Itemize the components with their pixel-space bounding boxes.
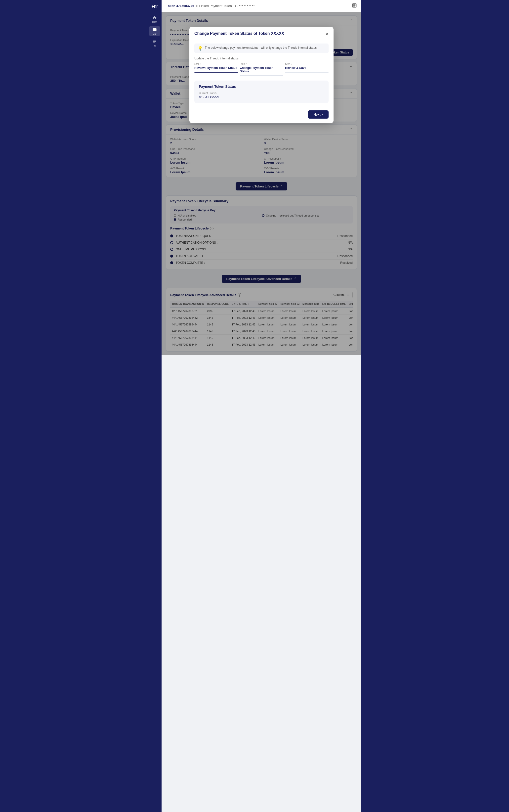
main-content: Token 4715683746 > Linked Payment Token … — [162, 0, 361, 812]
step-3-bar — [285, 72, 329, 73]
app-logo: +hr — [151, 4, 158, 9]
sidebar-item-card[interactable]: Car — [149, 26, 160, 36]
breadcrumb-sep: > — [196, 4, 198, 8]
modal-overlay: Change Payment Token Status of Token XXX… — [162, 12, 361, 355]
breadcrumb: Token 4715683746 > Linked Payment Token … — [166, 4, 255, 8]
step-2-bar — [240, 75, 283, 76]
sidebar-item-fraud[interactable]: Fra — [149, 38, 160, 48]
token-id[interactable]: Token 4715683746 — [166, 4, 194, 8]
modal-notice: 💡 The below change payment token status … — [194, 43, 329, 53]
next-arrow-icon: › — [322, 113, 323, 116]
modal-close-button[interactable]: × — [326, 31, 329, 36]
modal-header: Change Payment Token Status of Token XXX… — [190, 27, 334, 40]
page-body: Payment Token Details ⌃ Payment Token ••… — [162, 12, 361, 355]
step-3: Step 3 Review & Save — [285, 63, 329, 76]
svg-rect-1 — [153, 29, 157, 29]
next-button[interactable]: Next › — [308, 110, 329, 119]
current-status-field: Current Status 00 - All Good — [199, 92, 324, 99]
change-status-modal: Change Payment Token Status of Token XXX… — [190, 27, 334, 123]
modal-title: Change Payment Token Status of Token XXX… — [194, 31, 284, 36]
modal-subtitle: Update the Thredd internal status — [190, 57, 334, 63]
status-card: Payment Token Status Current Status 00 -… — [194, 80, 329, 103]
sidebar-item-home[interactable]: Hom — [149, 14, 160, 24]
step-2: Step 2 Change Payment Token Status — [240, 63, 283, 76]
sidebar: +hr Hom Car Fra — [148, 0, 162, 812]
document-icon[interactable] — [352, 3, 357, 9]
stepper: Step 1 Review Payment Token Status Step … — [190, 63, 334, 76]
status-card-title: Payment Token Status — [199, 84, 324, 89]
step-1-bar — [194, 72, 238, 73]
top-bar: Token 4715683746 > Linked Payment Token … — [162, 0, 361, 12]
modal-body: Payment Token Status Current Status 00 -… — [190, 76, 334, 107]
step-1: Step 1 Review Payment Token Status — [194, 63, 238, 76]
breadcrumb-linked: Linked Payment Token ID - •••••••••• — [199, 4, 255, 8]
modal-footer: Next › — [190, 107, 334, 123]
notice-icon: 💡 — [198, 46, 203, 51]
